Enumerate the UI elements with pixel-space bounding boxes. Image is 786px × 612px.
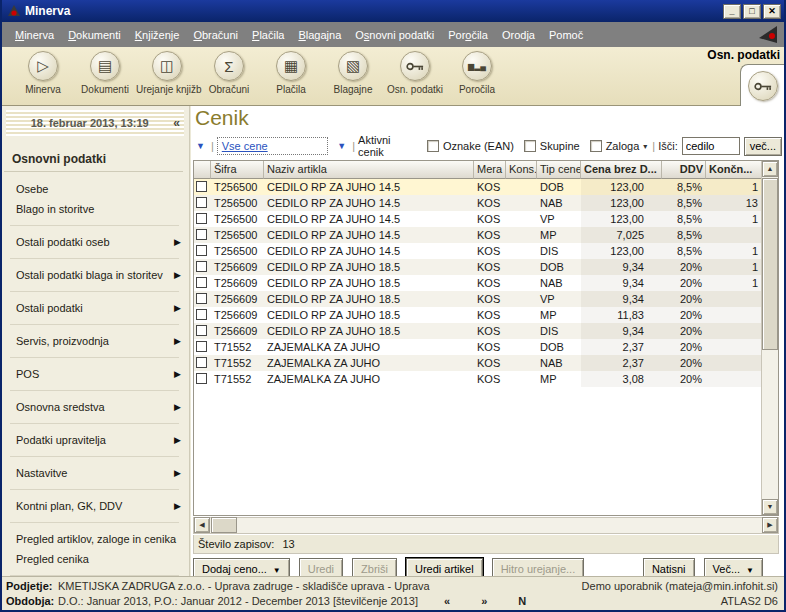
toolbar-button-pla-ila[interactable]: ▦Plačila [260, 51, 322, 95]
sigma-icon[interactable]: Σ [214, 51, 244, 81]
close-button[interactable]: ✕ [763, 4, 781, 19]
row-checkbox[interactable] [196, 229, 207, 240]
row-checkbox[interactable] [196, 181, 207, 192]
scroll-right-icon[interactable]: ▶ [762, 517, 778, 533]
column-header-kon-n-[interactable]: Končn... [706, 161, 761, 179]
sidebar-item-blago-in-storitve[interactable]: Blago in storitve [2, 199, 189, 219]
bar-chart-icon[interactable]: ▆▂▄ [462, 51, 492, 81]
column-header-mera[interactable]: Mera [474, 161, 506, 179]
search-more-button[interactable]: več... [744, 137, 782, 156]
restore-button[interactable]: □ [743, 4, 761, 19]
table-row[interactable]: T256500CEDILO RP ZA JUHO 14.5KOSDOB123,0… [194, 179, 761, 195]
sidebar-item-osnovna-sredstva[interactable]: Osnovna sredstva▶ [2, 397, 189, 417]
column-header--ifra[interactable]: Šifra [211, 161, 264, 179]
pricelist-selector[interactable]: Vse cene [217, 137, 329, 155]
vertical-scrollbar[interactable]: ▲ ▼ [761, 161, 778, 515]
toolbar-button-urejanje-knji-b[interactable]: ◫Urejanje knjižb [136, 51, 198, 95]
sidebar-item-osebe[interactable]: Osebe [2, 179, 189, 199]
table-row[interactable]: T256609CEDILO RP ZA JUHO 18.5KOSMP11,832… [194, 307, 761, 323]
search-input[interactable] [682, 137, 740, 155]
scroll-down-icon[interactable]: ▼ [762, 499, 778, 515]
table-row[interactable]: T256500CEDILO RP ZA JUHO 14.5KOSMP7,0258… [194, 227, 761, 243]
menu-item-pla-ila[interactable]: Plačila [245, 26, 291, 44]
toolbar-button-blagajne[interactable]: ▧Blagajne [322, 51, 384, 95]
table-row[interactable]: T256609CEDILO RP ZA JUHO 18.5KOSDIS9,342… [194, 323, 761, 339]
row-checkbox[interactable] [196, 197, 207, 208]
row-checkbox[interactable] [196, 309, 207, 320]
sidebar-item-ostali-podatki-blaga-in-storitev[interactable]: Ostali podatki blaga in storitev▶ [2, 265, 189, 285]
menu-item-osnovni-podatki[interactable]: Osnovni podatki [348, 26, 441, 44]
table-row[interactable]: T71552ZAJEMALKA ZA JUHOKOSNAB2,3720% [194, 355, 761, 371]
horizontal-scroll-thumb[interactable] [211, 517, 237, 533]
pricelist-dropdown-icon-2[interactable]: ▼ [334, 141, 349, 151]
sidebar-item-kontni-plan-gk-ddv[interactable]: Kontni plan, GK, DDV▶ [2, 496, 189, 516]
book-icon[interactable]: ◫ [152, 51, 182, 81]
zaloga-dropdown-icon[interactable]: ▾ [643, 142, 647, 151]
minimize-button[interactable]: _ [723, 4, 741, 19]
calculator-icon[interactable]: ▦ [276, 51, 306, 81]
key-icon[interactable] [400, 51, 430, 81]
column-header-tip-cene[interactable]: Tip cene [537, 161, 581, 179]
column-header-naziv-artikla[interactable]: Naziv artikla [264, 161, 474, 179]
menu-item-blagajna[interactable]: Blagajna [291, 26, 348, 44]
sidebar-item-ostali-podatki-oseb[interactable]: Ostali podatki oseb▶ [2, 232, 189, 252]
table-row[interactable]: T256500CEDILO RP ZA JUHO 14.5KOSVP123,00… [194, 211, 761, 227]
row-checkbox[interactable] [196, 245, 207, 256]
document-icon[interactable]: ▤ [90, 51, 120, 81]
horizontal-scrollbar[interactable]: ◀ ▶ [193, 517, 779, 534]
pricelist-value[interactable]: Vse cene [222, 140, 268, 152]
menu-item-obra-uni[interactable]: Obračuni [186, 26, 245, 44]
column-header-cena-brez-d-[interactable]: Cena brez D... [581, 161, 662, 179]
ean-checkbox[interactable] [427, 140, 439, 152]
row-checkbox[interactable] [196, 261, 207, 272]
menu-item-minerva[interactable]: Minerva [8, 26, 61, 44]
skupine-checkbox[interactable] [524, 140, 536, 152]
table-row[interactable]: T71552ZAJEMALKA ZA JUHOKOSDOB2,3720% [194, 339, 761, 355]
play-icon[interactable]: ▷ [28, 51, 58, 81]
table-row[interactable]: T256609CEDILO RP ZA JUHO 18.5KOSVP9,3420… [194, 291, 761, 307]
scroll-left-icon[interactable]: ◀ [194, 517, 210, 533]
toolbar-button-osn-podatki[interactable]: Osn. podatki [384, 51, 446, 95]
menu-item-orodja[interactable]: Orodja [495, 26, 542, 44]
row-checkbox[interactable] [196, 373, 207, 384]
row-checkbox[interactable] [196, 277, 207, 288]
row-checkbox[interactable] [196, 213, 207, 224]
table-row[interactable]: T256609CEDILO RP ZA JUHO 18.5KOSNAB9,342… [194, 275, 761, 291]
period-nav-buttons[interactable]: « » N [444, 594, 540, 609]
sidebar-item-servis-proizvodnja[interactable]: Servis, proizvodnja▶ [2, 331, 189, 351]
sidebar-item-podatki-upravitelja[interactable]: Podatki upravitelja▶ [2, 430, 189, 450]
menu-item-knji-enje[interactable]: Knjiženje [128, 26, 187, 44]
row-checkbox[interactable] [196, 341, 207, 352]
row-checkbox[interactable] [196, 357, 207, 368]
row-checkbox[interactable] [196, 325, 207, 336]
key-icon[interactable] [748, 71, 778, 101]
column-header-kons-[interactable]: Kons. [506, 161, 537, 179]
column-header-ddv[interactable]: DDV [662, 161, 706, 179]
sidebar-item-ostali-podatki[interactable]: Ostali podatki▶ [2, 298, 189, 318]
sidebar-item-pos[interactable]: POS▶ [2, 364, 189, 384]
toolbar-button-dokumenti[interactable]: ▤Dokumenti [74, 51, 136, 95]
table-row[interactable]: T256609CEDILO RP ZA JUHO 18.5KOSDOB9,342… [194, 259, 761, 275]
table-row[interactable]: T256500CEDILO RP ZA JUHO 14.5KOSDIS123,0… [194, 243, 761, 259]
table-row[interactable]: T71552ZAJEMALKA ZA JUHOKOSMP3,0820% [194, 371, 761, 387]
toolbar-button-poro-ila[interactable]: ▆▂▄Poročila [446, 51, 508, 95]
sidebar-item-pregled-cenika[interactable]: Pregled cenika [2, 549, 189, 569]
table-row[interactable]: T256500CEDILO RP ZA JUHO 14.5KOSNAB123,0… [194, 195, 761, 211]
active-module-tab[interactable] [740, 64, 784, 106]
menu-item-poro-ila[interactable]: Poročila [441, 26, 495, 44]
sidebar-item-nastavitve[interactable]: Nastavitve▶ [2, 463, 189, 483]
zaloga-checkbox[interactable] [590, 140, 602, 152]
menu-item-dokumenti[interactable]: Dokumenti [61, 26, 128, 44]
pricelist-dropdown-icon[interactable]: ▼ [193, 141, 208, 151]
collapse-sidebar-button[interactable]: « [173, 116, 184, 130]
scroll-up-icon[interactable]: ▲ [762, 161, 778, 177]
toolbar-button-minerva[interactable]: ▷Minerva [12, 51, 74, 95]
sidebar-item-pregled-artiklov-zaloge-in-cenika[interactable]: Pregled artiklov, zaloge in cenika [2, 529, 189, 549]
cash-register-icon[interactable]: ▧ [338, 51, 368, 81]
vertical-scroll-thumb[interactable] [762, 178, 778, 350]
menu-item-pomo-[interactable]: Pomoč [542, 26, 590, 44]
row-checkbox[interactable] [196, 293, 207, 304]
cell-mera: KOS [474, 339, 506, 355]
toolbar-button-obra-uni[interactable]: ΣObračuni [198, 51, 260, 95]
column-header-select[interactable] [194, 161, 211, 179]
